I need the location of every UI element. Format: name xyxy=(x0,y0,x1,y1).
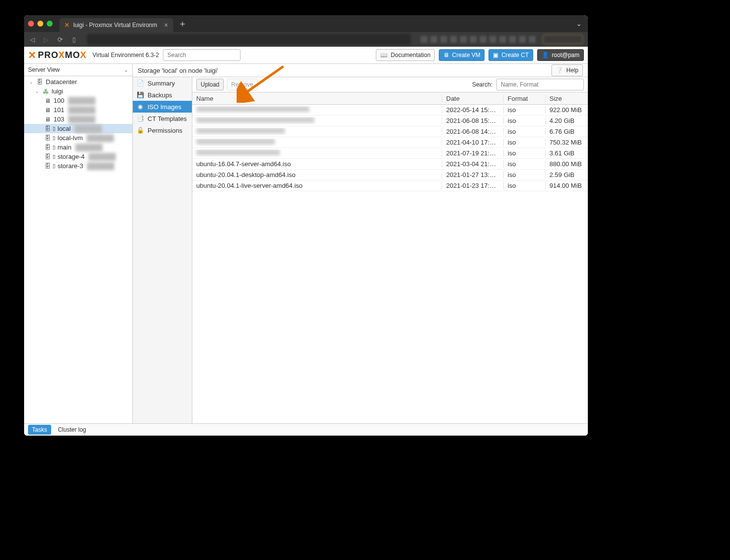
tree-storage-item[interactable]: 🗄▯main██████ xyxy=(24,143,132,152)
tab-title: luigi - Proxmox Virtual Environm xyxy=(73,22,157,29)
main-body: Server View ⌄ ⌄ 🗄 Datacenter ⌄ 🖧 luigi 🖥… xyxy=(24,64,588,423)
table-row[interactable]: ubuntu-20.04.1-desktop-amd64.iso2021-01-… xyxy=(192,170,588,180)
tab-label: ISO Images xyxy=(148,103,182,111)
table-row[interactable]: 2021-06-08 15:16:48iso4.20 GiB xyxy=(192,116,588,126)
tree-item-label: 103 xyxy=(54,116,64,123)
tab-icon: 📑 xyxy=(137,115,144,122)
tree-storage-item[interactable]: 🗄▯storage-4██████ xyxy=(24,152,132,161)
global-search-input[interactable] xyxy=(163,49,241,61)
tree-vm-item[interactable]: 🖥101██████ xyxy=(24,105,132,115)
database-icon: 🗄 xyxy=(44,153,52,160)
disk-icon: ▯ xyxy=(53,154,56,159)
tab-icon: 💾 xyxy=(137,91,144,98)
table-row[interactable]: ubuntu-20.04.1-live-server-amd64.iso2021… xyxy=(192,180,588,191)
cell-format: iso xyxy=(504,117,546,124)
tree-datacenter[interactable]: ⌄ 🗄 Datacenter xyxy=(24,77,132,87)
table-row[interactable]: ubuntu-16.04.7-server-amd64.iso2021-03-0… xyxy=(192,159,588,170)
col-format[interactable]: Format xyxy=(504,95,546,102)
tree-storage-item[interactable]: 🗄▯local██████ xyxy=(24,124,132,133)
filter-input[interactable] xyxy=(496,79,584,90)
cell-size: 6.76 GiB xyxy=(546,128,588,135)
tasks-tab[interactable]: Tasks xyxy=(28,425,51,435)
subtab-permissions[interactable]: 🔓Permissions xyxy=(133,124,192,136)
help-button[interactable]: ❔Help xyxy=(551,64,583,76)
create-ct-button[interactable]: ▣Create CT xyxy=(488,49,533,61)
search-label: Search: xyxy=(472,81,492,88)
table-row[interactable]: 2022-05-14 15:17:25iso922.00 MiB xyxy=(192,105,588,116)
cell-date: 2021-06-08 14:34:18 xyxy=(442,128,504,135)
storage-main: Upload Remove Search: Name Date Format S… xyxy=(192,77,588,423)
back-icon[interactable]: ◁ xyxy=(29,36,36,43)
tree: ⌄ 🗄 Datacenter ⌄ 🖧 luigi 🖥100██████🖥101█… xyxy=(24,76,132,423)
upload-button[interactable]: Upload xyxy=(196,79,224,90)
cube-icon: ▣ xyxy=(493,52,498,59)
forward-icon[interactable]: ▷ xyxy=(43,36,50,43)
table-row[interactable]: 2021-07-19 21:40:47iso3.61 GiB xyxy=(192,148,588,159)
minimize-window-icon[interactable] xyxy=(37,21,43,27)
tree-vm-item[interactable]: 🖥103██████ xyxy=(24,115,132,124)
cell-name: ubuntu-20.04.1-desktop-amd64.iso xyxy=(192,171,442,178)
tab-label: Summary xyxy=(148,80,175,87)
logo-text: PRO xyxy=(38,50,59,60)
tab-icon: 🔓 xyxy=(137,127,144,134)
tree-vm-item[interactable]: 🖥100██████ xyxy=(24,96,132,105)
col-date[interactable]: Date xyxy=(442,95,504,102)
reader-icon[interactable]: ▯ xyxy=(70,36,77,43)
cell-size: 880.00 MiB xyxy=(546,160,588,168)
subtab-summary[interactable]: 📄Summary xyxy=(133,77,192,89)
node-icon: 🖧 xyxy=(42,88,50,95)
redacted-label: ██████ xyxy=(68,116,95,123)
cell-name xyxy=(192,106,442,114)
table-row[interactable]: 2021-04-10 17:44:25iso750.32 MiB xyxy=(192,137,588,148)
user-icon: 👤 xyxy=(542,52,549,59)
cell-date: 2021-07-19 21:40:47 xyxy=(442,149,504,157)
redacted-name xyxy=(196,149,280,155)
redacted-name xyxy=(196,139,275,145)
cell-format: iso xyxy=(504,171,546,178)
view-selector[interactable]: Server View ⌄ xyxy=(24,64,132,76)
remove-button[interactable]: Remove xyxy=(227,79,258,90)
tab-icon: ◉ xyxy=(137,103,144,110)
app-window: ✕ luigi - Proxmox Virtual Environm × ＋ ⌄… xyxy=(24,15,588,436)
cell-date: 2021-06-08 15:16:48 xyxy=(442,117,504,124)
cell-date: 2021-01-23 17:44:59 xyxy=(442,182,504,189)
close-tab-icon[interactable]: × xyxy=(164,21,168,29)
cell-name xyxy=(192,128,442,135)
new-tab-button[interactable]: ＋ xyxy=(178,18,187,29)
cell-name xyxy=(192,117,442,124)
proxmox-logo[interactable]: ✕ PROXMOX xyxy=(28,49,87,61)
tree-node-luigi[interactable]: ⌄ 🖧 luigi xyxy=(24,87,132,96)
cell-date: 2021-03-04 21:25:21 xyxy=(442,160,504,168)
tab-label: CT Templates xyxy=(148,115,187,122)
window-controls[interactable] xyxy=(28,21,53,27)
maximize-window-icon[interactable] xyxy=(47,21,53,27)
col-name[interactable]: Name xyxy=(192,95,442,102)
address-bar[interactable] xyxy=(87,34,411,45)
redacted-label: ██████ xyxy=(68,106,95,114)
tree-item-label: local-lvm xyxy=(58,134,83,142)
reload-icon[interactable]: ⟳ xyxy=(57,36,63,43)
expand-icon: ⌄ xyxy=(35,88,40,94)
documentation-button[interactable]: 📖Documentation xyxy=(376,49,435,61)
subtab-ct-templates[interactable]: 📑CT Templates xyxy=(133,113,192,124)
bottom-tabs: Tasks Cluster log xyxy=(24,423,588,436)
create-vm-button[interactable]: 🖥Create VM xyxy=(439,49,485,61)
tree-item-label: storage-4 xyxy=(58,153,85,160)
tree-storage-item[interactable]: 🗄▯local-lvm██████ xyxy=(24,133,132,143)
tree-storage-item[interactable]: 🗄▯storare-3██████ xyxy=(24,161,132,171)
user-menu-button[interactable]: 👤root@pam xyxy=(537,49,584,61)
tabs-overflow-icon[interactable]: ⌄ xyxy=(576,20,582,28)
extension-icons[interactable] xyxy=(421,36,536,43)
server-icon: 🗄 xyxy=(36,79,44,86)
browser-tab[interactable]: ✕ luigi - Proxmox Virtual Environm × xyxy=(60,18,173,32)
database-icon: 🗄 xyxy=(44,135,52,142)
cluster-log-tab[interactable]: Cluster log xyxy=(58,426,86,433)
profile-button[interactable] xyxy=(543,34,583,44)
table-row[interactable]: 2021-06-08 14:34:18iso6.76 GiB xyxy=(192,126,588,137)
content-title-bar: Storage 'local' on node 'luigi' ❔Help xyxy=(133,64,588,77)
proxmox-favicon-icon: ✕ xyxy=(64,22,69,29)
subtab-iso-images[interactable]: ◉ISO Images xyxy=(133,101,192,113)
col-size[interactable]: Size xyxy=(546,95,588,102)
close-window-icon[interactable] xyxy=(28,21,34,27)
subtab-backups[interactable]: 💾Backups xyxy=(133,89,192,101)
